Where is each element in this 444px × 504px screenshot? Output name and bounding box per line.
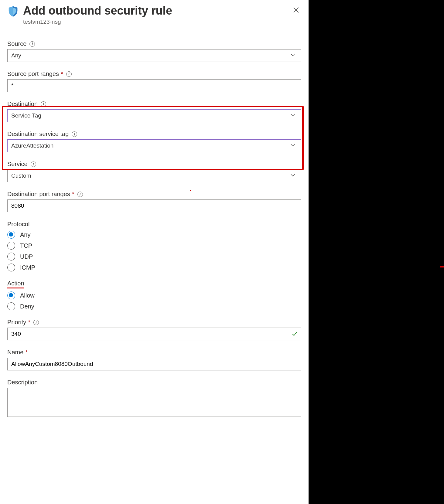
description-textarea[interactable] <box>7 388 301 417</box>
protocol-label: Protocol <box>7 221 29 228</box>
priority-label: Priority <box>7 319 26 326</box>
radio-label: Deny <box>20 303 34 310</box>
name-label: Name <box>7 349 23 356</box>
info-icon[interactable] <box>31 162 36 167</box>
panel-title: Add outbound security rule <box>23 4 291 17</box>
radio-icon <box>7 302 15 310</box>
destination-service-tag-label: Destination service tag <box>7 131 69 138</box>
source-port-ranges-label: Source port ranges <box>7 70 59 77</box>
annotation-red-tick <box>440 266 444 267</box>
description-label: Description <box>7 379 38 386</box>
info-icon[interactable] <box>66 71 72 77</box>
action-radio-group: AllowDeny <box>7 291 301 310</box>
action-option-deny[interactable]: Deny <box>7 302 301 310</box>
radio-icon <box>7 264 15 271</box>
protocol-option-udp[interactable]: UDP <box>7 253 301 261</box>
destination-service-tag-select[interactable]: AzureAttestation <box>7 139 301 152</box>
radio-icon <box>7 291 15 299</box>
chevron-down-icon <box>288 142 297 149</box>
service-label: Service <box>7 161 28 168</box>
panel-subtitle: testvm123-nsg <box>23 19 291 25</box>
name-input[interactable] <box>7 358 301 370</box>
shield-icon <box>7 5 19 17</box>
radio-label: Allow <box>20 292 35 299</box>
source-port-ranges-input[interactable] <box>7 79 301 92</box>
info-icon[interactable] <box>41 101 46 107</box>
radio-icon <box>7 253 15 261</box>
priority-input[interactable] <box>7 328 301 340</box>
radio-icon <box>7 231 15 239</box>
annotation-dot <box>190 190 191 191</box>
protocol-option-tcp[interactable]: TCP <box>7 242 301 250</box>
radio-label: UDP <box>20 253 33 260</box>
destination-select[interactable]: Service Tag <box>7 109 301 122</box>
chevron-down-icon <box>288 172 297 179</box>
info-icon[interactable] <box>33 320 39 325</box>
destination-label: Destination <box>7 100 38 107</box>
required-icon: * <box>25 349 28 356</box>
radio-label: ICMP <box>20 264 35 271</box>
source-label: Source <box>7 40 26 47</box>
required-icon: * <box>28 319 30 326</box>
protocol-option-icmp[interactable]: ICMP <box>7 264 301 271</box>
checkmark-icon <box>292 331 298 337</box>
protocol-option-any[interactable]: Any <box>7 231 301 239</box>
close-icon <box>293 7 299 13</box>
required-icon: * <box>72 191 74 198</box>
protocol-radio-group: AnyTCPUDPICMP <box>7 231 301 271</box>
external-black-region <box>309 0 444 504</box>
required-icon: * <box>61 70 63 77</box>
action-option-allow[interactable]: Allow <box>7 291 301 299</box>
info-icon[interactable] <box>72 131 77 137</box>
info-icon[interactable] <box>29 41 35 47</box>
info-icon[interactable] <box>77 192 83 197</box>
radio-icon <box>7 242 15 250</box>
chevron-down-icon <box>288 52 297 59</box>
destination-port-ranges-label: Destination port ranges <box>7 191 70 198</box>
source-select[interactable]: Any <box>7 49 301 62</box>
destination-port-ranges-input[interactable] <box>7 199 301 212</box>
action-label: Action <box>7 280 24 288</box>
close-button[interactable] <box>291 5 301 16</box>
radio-label: TCP <box>20 242 32 249</box>
radio-label: Any <box>20 231 30 238</box>
service-select[interactable]: Custom <box>7 169 301 182</box>
chevron-down-icon <box>288 112 297 119</box>
add-rule-panel: Add outbound security rule testvm123-nsg… <box>0 0 309 504</box>
